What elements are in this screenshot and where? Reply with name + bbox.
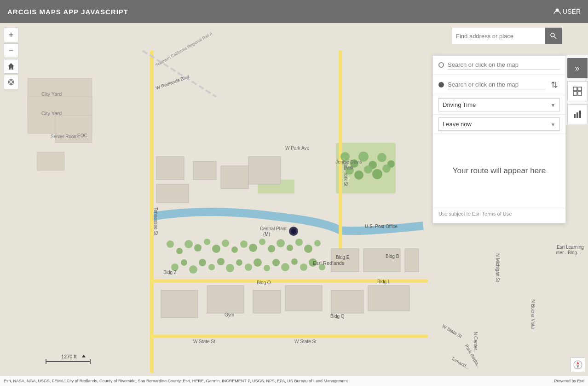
search-button[interactable] xyxy=(545,28,562,44)
svg-text:Gym: Gym xyxy=(225,312,234,317)
search-icon xyxy=(550,32,557,40)
svg-text:U.S. Post Office: U.S. Post Office xyxy=(365,224,398,229)
svg-text:EOC: EOC xyxy=(77,133,87,138)
zoom-in-button[interactable]: + xyxy=(4,28,18,42)
svg-point-49 xyxy=(281,263,289,271)
svg-rect-69 xyxy=(248,157,281,184)
route-empty-message: Your route will appear here xyxy=(453,166,546,175)
origin-input[interactable] xyxy=(448,60,560,70)
svg-point-58 xyxy=(377,153,386,162)
svg-text:W State St: W State St xyxy=(193,339,215,344)
svg-text:N Buena Vista: N Buena Vista xyxy=(530,299,536,329)
svg-point-23 xyxy=(194,244,202,251)
user-label: USER xyxy=(563,8,581,15)
svg-text:1270 ft: 1270 ft xyxy=(61,354,77,359)
svg-text:Esri Redlands: Esri Redlands xyxy=(313,260,345,266)
travel-mode-row: Driving Time Driving Distance Walking Ti… xyxy=(433,95,565,115)
svg-text:Bldg L: Bldg L xyxy=(377,279,391,284)
svg-point-45 xyxy=(245,263,252,271)
svg-rect-75 xyxy=(368,286,409,311)
svg-text:City Yard: City Yard xyxy=(41,91,62,97)
home-button[interactable] xyxy=(4,59,18,74)
travel-mode-wrapper: Driving Time Driving Distance Walking Ti… xyxy=(438,98,560,111)
svg-text:Jennie Davis: Jennie Davis xyxy=(335,159,362,164)
analysis-button[interactable] xyxy=(567,104,588,124)
svg-point-117 xyxy=(551,33,554,37)
svg-rect-122 xyxy=(578,92,582,95)
route-planner-panel: Driving Time Driving Distance Walking Ti… xyxy=(432,55,566,223)
collapse-panel-button[interactable]: » xyxy=(567,58,588,78)
svg-point-34 xyxy=(295,239,303,246)
address-search-input[interactable] xyxy=(452,28,545,44)
svg-point-42 xyxy=(217,258,225,265)
svg-text:W State St: W State St xyxy=(294,339,317,344)
basemap-button[interactable] xyxy=(567,81,588,101)
terms-text: Use subject to Esri Terms of Use xyxy=(438,211,512,216)
depart-time-select[interactable]: Leave now Depart at Arrive by xyxy=(438,117,560,131)
user-icon xyxy=(553,8,561,15)
svg-rect-74 xyxy=(331,290,363,313)
svg-point-36 xyxy=(314,240,321,246)
swap-route-button[interactable] xyxy=(549,79,560,90)
svg-point-25 xyxy=(212,245,220,253)
svg-text:Bldg Z: Bldg Z xyxy=(163,270,177,275)
svg-point-39 xyxy=(189,265,197,274)
depart-time-wrapper: Leave now Depart at Arrive by ▼ xyxy=(438,117,560,131)
attribution-text-left: Esri, NASA, NGA, USGS, FEMA | City of Re… xyxy=(4,379,348,383)
zoom-out-button[interactable]: − xyxy=(4,43,18,58)
compass-button[interactable] xyxy=(571,357,585,372)
svg-rect-124 xyxy=(576,112,578,118)
terms-line: Use subject to Esri Terms of Use xyxy=(433,208,565,219)
compass-icon xyxy=(573,360,582,369)
destination-input[interactable] xyxy=(448,80,545,89)
right-sidebar-icons: » xyxy=(566,55,588,125)
attribution-text-right: Powered by Esri xyxy=(554,379,584,383)
svg-rect-78 xyxy=(405,249,419,272)
svg-rect-119 xyxy=(573,87,577,91)
svg-point-31 xyxy=(268,245,275,252)
svg-point-29 xyxy=(249,244,257,252)
svg-point-64 xyxy=(382,164,391,173)
app-header: ARCGIS MAPS APP JAVASCRIPT USER xyxy=(0,0,588,23)
svg-point-88 xyxy=(291,228,296,234)
locate-button[interactable] xyxy=(4,75,18,89)
svg-point-35 xyxy=(304,245,312,253)
travel-mode-select[interactable]: Driving Time Driving Distance Walking Ti… xyxy=(438,98,560,111)
svg-rect-71 xyxy=(207,286,244,313)
dest-row xyxy=(433,75,565,95)
svg-rect-72 xyxy=(253,290,281,313)
svg-point-48 xyxy=(272,259,280,266)
svg-text:N Michigan St: N Michigan St xyxy=(495,253,500,282)
svg-point-38 xyxy=(181,259,187,266)
svg-text:Bldg Q: Bldg Q xyxy=(330,314,345,319)
svg-point-43 xyxy=(226,264,234,272)
svg-text:Central Plant: Central Plant xyxy=(260,226,287,231)
svg-text:Park: Park xyxy=(344,165,354,170)
svg-rect-73 xyxy=(285,286,322,311)
svg-point-33 xyxy=(287,245,293,251)
svg-text:Bldg B: Bldg B xyxy=(386,254,399,259)
svg-point-40 xyxy=(199,259,206,266)
svg-rect-65 xyxy=(156,157,184,180)
svg-rect-123 xyxy=(574,114,576,118)
svg-point-111 xyxy=(10,81,12,83)
svg-point-24 xyxy=(204,239,210,245)
svg-text:nter - Bldg...: nter - Bldg... xyxy=(556,250,581,255)
chevron-right-icon: » xyxy=(575,64,579,73)
svg-point-62 xyxy=(364,165,372,174)
user-menu[interactable]: USER xyxy=(553,8,581,15)
svg-text:Bldg O: Bldg O xyxy=(257,280,271,285)
swap-icon xyxy=(550,81,559,89)
map-controls-left: + − xyxy=(4,28,18,89)
address-search-bar[interactable] xyxy=(452,28,562,44)
svg-text:N Center...: N Center... xyxy=(473,332,478,354)
svg-text:W Park Ave: W Park Ave xyxy=(285,146,309,151)
svg-text:Esri Learning: Esri Learning xyxy=(557,245,584,250)
svg-point-27 xyxy=(231,246,238,253)
svg-rect-70 xyxy=(161,290,198,318)
svg-point-28 xyxy=(240,240,248,248)
svg-text:Tennessee St: Tennessee St xyxy=(153,207,158,235)
svg-point-61 xyxy=(354,170,363,180)
svg-text:Bldg E: Bldg E xyxy=(336,255,350,260)
svg-rect-67 xyxy=(193,161,216,180)
